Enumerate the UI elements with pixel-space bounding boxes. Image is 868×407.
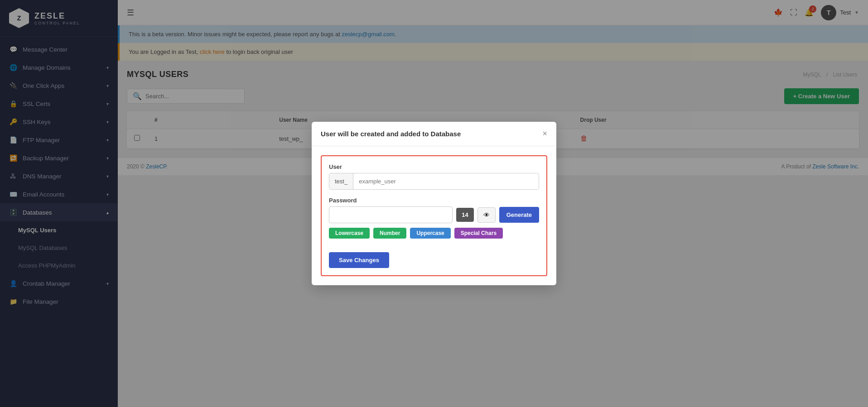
password-tags: Lowercase Number Uppercase Special Chars <box>329 228 539 239</box>
tag-uppercase[interactable]: Uppercase <box>410 228 450 239</box>
password-form-group: Password lK6%dW3<mL5%fE 14 👁 Generate Lo… <box>329 197 539 239</box>
modal-header: User will be created and added to Databa… <box>312 122 556 146</box>
password-row: lK6%dW3<mL5%fE 14 👁 Generate <box>329 206 539 223</box>
password-length-badge: 14 <box>456 208 473 222</box>
modal-close-button[interactable]: × <box>542 129 547 139</box>
tag-special-chars[interactable]: Special Chars <box>454 228 503 239</box>
tag-lowercase[interactable]: Lowercase <box>329 228 370 239</box>
user-prefix: test_ <box>329 173 353 189</box>
password-input[interactable]: lK6%dW3<mL5%fE <box>329 206 453 223</box>
create-user-modal: User will be created and added to Databa… <box>312 122 556 285</box>
password-label: Password <box>329 197 539 204</box>
user-label: User <box>329 163 539 170</box>
tag-number[interactable]: Number <box>373 228 406 239</box>
username-input[interactable] <box>353 173 539 189</box>
save-changes-button[interactable]: Save Changes <box>329 252 389 268</box>
modal-overlay[interactable]: User will be created and added to Databa… <box>0 0 868 407</box>
modal-title: User will be created and added to Databa… <box>321 130 461 138</box>
user-input-wrapper: test_ <box>329 173 539 190</box>
modal-body: User test_ Password lK6%dW3<mL5%fE 14 👁 <box>312 146 556 285</box>
toggle-password-visibility-button[interactable]: 👁 <box>477 207 496 223</box>
eye-icon: 👁 <box>483 211 490 219</box>
user-form-group: User test_ <box>329 163 539 190</box>
modal-form-box: User test_ Password lK6%dW3<mL5%fE 14 👁 <box>321 155 547 276</box>
generate-password-button[interactable]: Generate <box>499 207 539 223</box>
